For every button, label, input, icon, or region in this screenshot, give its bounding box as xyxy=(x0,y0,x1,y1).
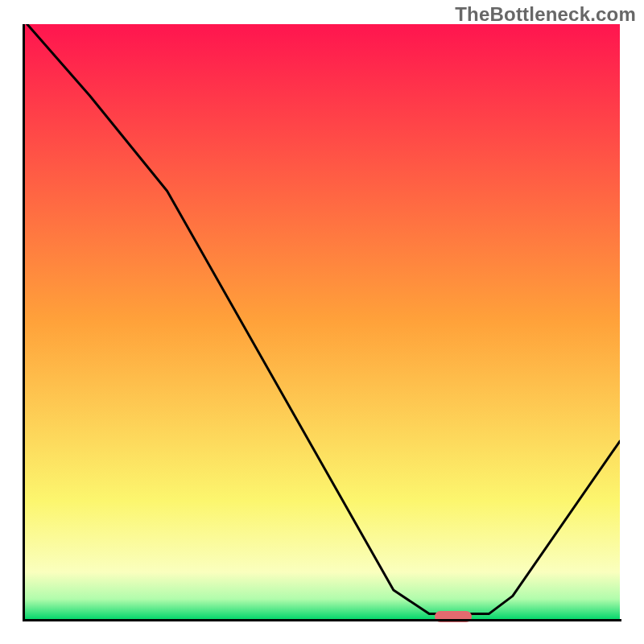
x-axis xyxy=(23,619,621,621)
bottleneck-chart: TheBottleneck.com xyxy=(0,0,644,644)
plot-line-layer xyxy=(24,24,620,620)
y-axis xyxy=(23,24,25,621)
bottleneck-curve xyxy=(27,24,620,614)
watermark-label: TheBottleneck.com xyxy=(455,3,636,26)
